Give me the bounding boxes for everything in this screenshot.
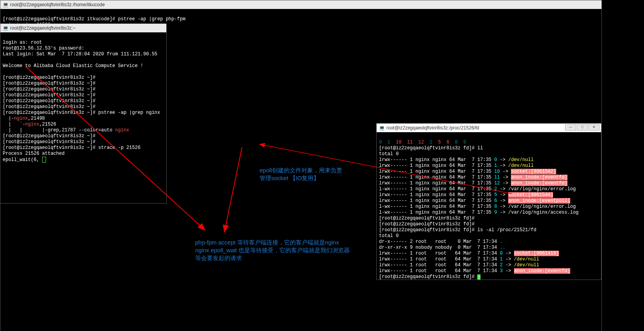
fd-tab: 0 — [379, 140, 382, 145]
maximize-button[interactable]: □ — [577, 124, 588, 131]
epoll-wait-call: epoll_wait(6, — [3, 157, 42, 163]
title-1: root@iz2zegqaeolqftvinr8is3z:/home/itkuc… — [10, 2, 105, 7]
fd-num: 0 — [500, 251, 503, 256]
command: strace -p 21526 — [98, 145, 141, 150]
prompt: [root@iz2zegqaeolqftvinr8is3z ~]# — [3, 98, 96, 104]
fd-tab: 5 — [438, 140, 441, 145]
command: pstree -ap |grep nginx — [98, 110, 160, 115]
fd-tab: 2 — [430, 140, 432, 145]
fd-tab: 10 — [396, 140, 401, 145]
annotation-epoll: epoll创建的文件对象，用来负责 管理socket 【IO复用】 — [260, 166, 342, 182]
fd-tab: 8 — [455, 140, 457, 145]
titlebar-2[interactable]: 💻 root@iz2zegqaeolqftvinr8is3z:~ — [0, 24, 166, 32]
prompt: [root@iz2zegqaeolqftvinr8is3z itkucode]# — [3, 16, 118, 22]
prompt: [root@iz2zegqaeolqftvinr8is3z ~]# — [3, 81, 96, 86]
prompt: [root@iz2zegqaeolqftvinr8is3z fd]# — [379, 221, 475, 227]
fd-target: /dev/null — [514, 257, 539, 262]
putty-icon: 💻 — [379, 125, 385, 131]
fd-num: 1 — [500, 257, 503, 262]
fd-tab: 11 — [407, 140, 413, 145]
fd-num: 2 — [500, 262, 503, 268]
prompt: [root@iz2zegqaeolqftvinr8is3z fd]# — [379, 227, 477, 233]
cursor — [477, 274, 480, 280]
title-3: root@iz2zegqaeolqftvinr8is3z:/proc/21526… — [386, 125, 479, 131]
prompt: [root@iz2zegqaeolqftvinr8is3z ~]# — [3, 139, 96, 145]
fd-tab: 1 — [388, 140, 390, 145]
command: ls -al /proc/21521/fd — [477, 227, 536, 233]
close-button[interactable]: ✕ — [589, 124, 600, 131]
prompt: [root@iz2zegqaeolqftvinr8is3z ~]# — [3, 133, 96, 139]
fd-tab: 12 — [418, 140, 424, 145]
prompt: [root@iz2zegqaeolqftvinr8is3z ~]# — [3, 75, 96, 80]
fd-num: 10 — [494, 169, 500, 174]
prompt: [root@iz2zegqaeolqftvinr8is3z fd]# — [379, 216, 475, 221]
fd-target-anon: anon_inode:[eventfd] — [511, 175, 567, 180]
prompt: [root@iz2zegqaeolqftvinr8is3z ~]# — [3, 145, 98, 150]
fd-target-socket: socket:[9061419] — [514, 251, 559, 256]
fd-target-socket: socket:[9061544] — [508, 192, 553, 198]
title-2: root@iz2zegqaeolqftvinr8is3z:~ — [10, 25, 76, 31]
fd-num: 11 — [494, 175, 500, 180]
putty-icon: 💻 — [3, 2, 9, 7]
terminal-window-3: 💻 root@iz2zegqaeolqftvinr8is3z:/proc/215… — [376, 123, 601, 280]
fd-target-anon: anon_inode:[eventfd] — [511, 181, 567, 186]
fd-tab: 9 — [463, 140, 466, 145]
fd-target-socket: socket:[9061542] — [511, 169, 556, 174]
process-name: nginx — [25, 122, 39, 127]
fd-num: 12 — [494, 181, 500, 186]
fd-target: /dev/null — [514, 262, 539, 268]
annotation-explanation: php-fpm accept 等待客户端连接，它的客户端就是nginx ngin… — [195, 239, 350, 262]
prompt: [root@iz2zegqaeolqftvinr8is3z ~]# — [3, 110, 98, 115]
prompt: [root@iz2zegqaeolqftvinr8is3z ~]# — [3, 87, 96, 92]
process-name: nginx — [14, 116, 28, 121]
fd-num: 3 — [500, 268, 503, 274]
command: pstree -ap |grep php-fpm — [118, 16, 185, 22]
fd-target: /dev/null — [508, 163, 534, 168]
terminal-output-3[interactable]: 0 1 10 11 12 2 5 6 8 9 [root@iz2zegqaeol… — [377, 132, 601, 287]
minimize-button[interactable]: — — [565, 124, 576, 131]
fd-target-anon: anon_inode:[eventfd] — [514, 268, 570, 274]
prompt: [root@iz2zegqaeolqftvinr8is3z fd]# ll — [379, 145, 483, 151]
prompt: [root@iz2zegqaeolqftvinr8is3z fd]# — [379, 274, 477, 280]
terminal-window-2: 💻 root@iz2zegqaeolqftvinr8is3z:~ login a… — [0, 23, 167, 204]
cursor — [42, 157, 46, 163]
terminal-output-2[interactable]: login as: root root@123.56.12.53's passw… — [0, 32, 166, 170]
fd-target: /dev/null — [508, 157, 534, 163]
window-controls: — □ ✕ — [565, 124, 600, 131]
putty-icon: 💻 — [3, 25, 9, 31]
prompt: [root@iz2zegqaeolqftvinr8is3z ~]# — [3, 92, 96, 98]
process-name: nginx — [115, 127, 129, 133]
prompt: [root@iz2zegqaeolqftvinr8is3z ~]# — [3, 104, 96, 110]
fd-tab: 6 — [447, 140, 449, 145]
fd-target-eventpoll: anon_inode:[eventpoll] — [508, 198, 570, 204]
titlebar-3[interactable]: 💻 root@iz2zegqaeolqftvinr8is3z:/proc/215… — [377, 124, 601, 132]
titlebar-1[interactable]: 💻 root@iz2zegqaeolqftvinr8is3z:/home/itk… — [0, 0, 601, 9]
